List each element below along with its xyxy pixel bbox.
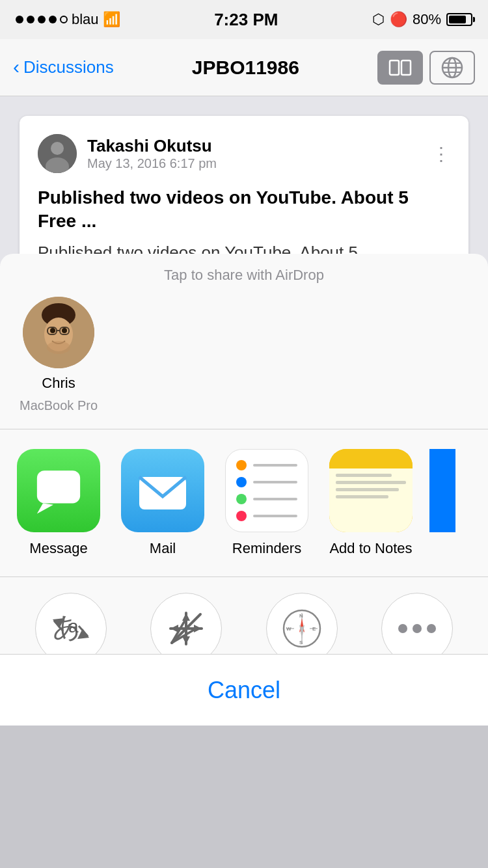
wifi-icon: 📶 <box>103 11 120 28</box>
svg-text:S: S <box>299 640 303 645</box>
status-right: ⬡ 🔴 80% <box>372 11 472 28</box>
app-reminders[interactable]: Reminders <box>221 449 312 557</box>
contact-device: MacBook Pro <box>20 398 98 413</box>
nav-right <box>377 51 475 85</box>
svg-marker-35 <box>182 613 190 621</box>
svg-marker-33 <box>170 625 178 632</box>
post-menu-button[interactable]: ⋮ <box>432 143 450 165</box>
cancel-section: Cancel <box>0 654 488 726</box>
contact-avatar <box>23 297 94 368</box>
web-button[interactable] <box>429 51 475 85</box>
share-sheet: Tap to share with AirDrop <box>0 254 488 726</box>
bluetooth-icon: 🔴 <box>390 11 407 28</box>
contact-name: Chris <box>42 375 75 392</box>
status-time: 7:23 PM <box>214 10 278 30</box>
message-icon <box>17 449 100 532</box>
svg-text:a: a <box>68 616 79 636</box>
svg-text:E: E <box>312 626 316 632</box>
app-message[interactable]: Message <box>13 449 104 557</box>
share-sheet-overlay: Tap to share with AirDrop <box>0 254 488 868</box>
nav-bar: ‹ Discussions JPBO11986 <box>0 39 488 96</box>
status-bar: blau 📶 7:23 PM ⬡ 🔴 80% <box>0 0 488 39</box>
post-date: May 13, 2016 6:17 pm <box>87 156 217 171</box>
app-notes[interactable]: Add to Notes <box>325 449 416 557</box>
airdrop-contacts: Chris MacBook Pro <box>20 297 468 429</box>
svg-rect-0 <box>390 61 399 75</box>
back-button[interactable]: ‹ Discussions <box>13 57 114 78</box>
svg-text:N: N <box>299 613 303 619</box>
message-label: Message <box>29 540 87 557</box>
reader-icon <box>388 56 412 79</box>
apps-section: Message Mail <box>0 429 488 577</box>
svg-point-14 <box>62 328 67 333</box>
apps-row: Message Mail <box>13 449 475 557</box>
signal-dots <box>16 16 68 23</box>
mail-icon <box>121 449 204 532</box>
cancel-button[interactable]: Cancel <box>208 677 280 704</box>
svg-marker-32 <box>194 625 202 632</box>
notes-label: Add to Notes <box>329 540 412 557</box>
globe-icon <box>441 56 464 79</box>
contact-avatar-image <box>23 297 94 368</box>
app-mail[interactable]: Mail <box>117 449 208 557</box>
svg-marker-36 <box>182 636 190 644</box>
reminders-icon <box>225 449 308 532</box>
back-label: Discussions <box>23 57 114 77</box>
airdrop-section: Tap to share with AirDrop <box>0 254 488 429</box>
svg-point-18 <box>47 341 70 354</box>
reminders-label: Reminders <box>232 540 301 557</box>
reader-button[interactable] <box>377 51 423 85</box>
svg-point-13 <box>50 328 55 333</box>
partial-app-icon <box>429 449 455 532</box>
airdrop-contact[interactable]: Chris MacBook Pro <box>20 297 98 413</box>
status-left: blau 📶 <box>16 11 120 28</box>
svg-rect-1 <box>401 61 411 75</box>
author-avatar <box>38 134 77 173</box>
notes-icon <box>329 449 413 532</box>
post-title: Published two videos on YouTube. About 5… <box>38 186 450 234</box>
svg-text:W: W <box>286 626 291 632</box>
airdrop-label: Tap to share with AirDrop <box>20 267 468 284</box>
battery-icon <box>446 13 472 26</box>
svg-rect-19 <box>37 470 80 503</box>
chevron-left-icon: ‹ <box>13 56 20 78</box>
location-icon: ⬡ <box>372 11 385 28</box>
svg-marker-20 <box>37 503 53 513</box>
carrier-label: blau <box>72 11 99 28</box>
app-partial <box>429 449 455 532</box>
svg-point-8 <box>51 142 64 155</box>
post-author: Takashi Okutsu May 13, 2016 6:17 pm <box>38 134 217 173</box>
battery-percent: 80% <box>413 11 441 28</box>
author-name: Takashi Okutsu <box>87 136 217 156</box>
mail-label: Mail <box>150 540 176 557</box>
nav-title: JPBO11986 <box>192 57 299 79</box>
more-dots <box>398 624 436 633</box>
